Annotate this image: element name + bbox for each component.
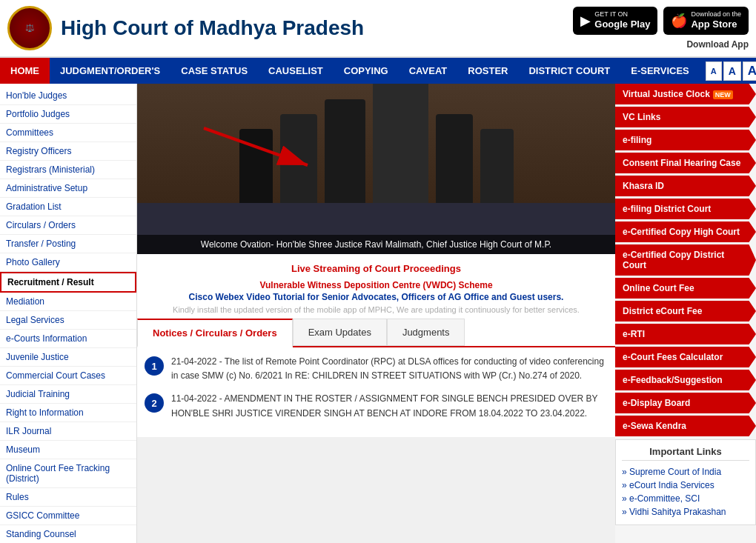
important-link-ecommittee[interactable]: e-Committee, SCI	[622, 492, 749, 505]
font-large-button[interactable]: A	[743, 61, 756, 81]
right-btn-online-court-fee[interactable]: Online Court Fee	[615, 278, 756, 299]
sidebar-link-judicial-training[interactable]: Judicial Training	[0, 385, 136, 404]
news-item-2: 2 11-04-2022 - AMENDMENT IN THE ROSTER /…	[145, 392, 608, 420]
right-btn-erti[interactable]: e-RTI	[615, 324, 756, 344]
sidebar-link-museum[interactable]: Museum	[0, 441, 136, 459]
right-btn-vc-links[interactable]: VC Links	[615, 107, 756, 127]
news-text-2: 11-04-2022 - AMENDMENT IN THE ROSTER / A…	[171, 392, 608, 420]
right-btn-display-board[interactable]: e-Display Board	[615, 393, 756, 413]
sidebar-link-gsicc[interactable]: GSICC Committee	[0, 507, 136, 525]
app-buttons: ▶ GET IT ON Google Play 🍎 Download on th…	[573, 7, 749, 36]
figure-4	[436, 114, 473, 203]
hero-image: Welcome Ovation- Hon'ble Shree Justice R…	[137, 84, 615, 254]
court-logo: ⚖️	[7, 6, 52, 50]
nav-home[interactable]: HOME	[0, 58, 50, 84]
nav-caveat[interactable]: CAVEAT	[399, 58, 458, 84]
figure-speaker	[373, 84, 428, 203]
live-streaming-link[interactable]: Live Streaming of Court Proceedings	[145, 259, 608, 279]
court-scene-wrapper: Welcome Ovation- Hon'ble Shree Justice R…	[137, 84, 615, 254]
apple-icon: 🍎	[671, 13, 687, 29]
update-notice: Kindly install the updated version of th…	[145, 305, 608, 314]
sidebar-link-ilr[interactable]: ILR Journal	[0, 422, 136, 441]
news-number-1: 1	[145, 356, 164, 376]
font-small-button[interactable]: A	[706, 61, 722, 81]
right-btn-sewa-kendra[interactable]: e-Sewa Kendra	[615, 416, 756, 436]
tab-notices[interactable]: Notices / Circulars / Orders	[137, 319, 293, 347]
right-btn-efiling-district[interactable]: e-filing District Court	[615, 199, 756, 219]
right-btn-ecertified-hc[interactable]: e-Certified Copy High Court	[615, 221, 756, 242]
app-store-button[interactable]: 🍎 Download on the App Store	[663, 7, 749, 36]
sidebar-link-mediation[interactable]: Mediation	[0, 293, 136, 311]
main-nav: HOME JUDGMENT/ORDER'S CASE STATUS CAUSEL…	[0, 58, 756, 84]
header-right: ▶ GET IT ON Google Play 🍎 Download on th…	[573, 7, 749, 50]
sidebar-link-legal-services[interactable]: Legal Services	[0, 311, 136, 330]
site-title: High Court of Madhya Pradesh	[61, 16, 364, 40]
sidebar-link-ecourts-info[interactable]: e-Courts Information	[0, 330, 136, 348]
sidebar-link-fee-tracking[interactable]: Online Court Fee Tracking (District)	[0, 459, 136, 488]
main-layout: Hon'ble Judges Portfolio Judges Committe…	[0, 84, 756, 543]
header: ⚖️ High Court of Madhya Pradesh ▶ GET IT…	[0, 0, 756, 58]
important-link-supreme-court[interactable]: Supreme Court of India	[622, 465, 749, 479]
sidebar-link-honble-judges[interactable]: Hon'ble Judges	[0, 87, 136, 105]
vwdc-scheme-link[interactable]: Vulnerable Witness Deposition Centre (VW…	[145, 280, 608, 290]
important-links-section: Important Links Supreme Court of India e…	[615, 439, 756, 525]
cisco-webex-link[interactable]: Cisco Webex Video Tutorial for Senior Ad…	[145, 292, 608, 302]
download-label: Download App	[686, 39, 749, 50]
news-list: 1 21-04-2022 - The list of Remote Point …	[137, 347, 615, 437]
font-size-controls: A A A	[700, 59, 756, 84]
right-btn-district-ecourt-fee[interactable]: District eCourt Fee	[615, 301, 756, 322]
nav-eservices[interactable]: E-SERVICES	[620, 58, 700, 84]
red-arrow	[182, 106, 345, 180]
live-links-section: Live Streaming of Court Proceedings Vuln…	[137, 254, 615, 319]
left-sidebar: Hon'ble Judges Portfolio Judges Committe…	[0, 84, 137, 543]
important-link-ecourt-india[interactable]: eCourt India Services	[622, 479, 749, 492]
sidebar-link-commercial-court[interactable]: Commercial Court Cases	[0, 367, 136, 385]
right-btn-feedback[interactable]: e-Feedback/Suggestion	[615, 370, 756, 390]
sidebar-link-recruitment[interactable]: Recruitment / Result	[0, 272, 136, 293]
sidebar-link-transfer[interactable]: Transfer / Posting	[0, 235, 136, 253]
right-btn-khasra-id[interactable]: Khasra ID	[615, 176, 756, 196]
header-left: ⚖️ High Court of Madhya Pradesh	[7, 6, 364, 50]
nav-judgment[interactable]: JUDGMENT/ORDER'S	[50, 58, 170, 84]
font-medium-button[interactable]: A	[723, 61, 741, 81]
google-play-button[interactable]: ▶ GET IT ON Google Play	[573, 7, 657, 36]
right-btn-consent-hearing[interactable]: Consent Final Hearing Case	[615, 153, 756, 173]
sidebar-link-standing-counsel[interactable]: Standing Counsel	[0, 525, 136, 543]
sidebar-link-admin-setup[interactable]: Administrative Setup	[0, 179, 136, 198]
sidebar-link-gradation[interactable]: Gradation List	[0, 198, 136, 216]
news-text-1: 21-04-2022 - The list of Remote Point Co…	[171, 355, 608, 383]
nav-copying[interactable]: COPYING	[334, 58, 399, 84]
svg-line-1	[204, 128, 308, 165]
sidebar-link-rules[interactable]: Rules	[0, 488, 136, 507]
figure-5	[480, 129, 514, 203]
sidebar-link-photo-gallery[interactable]: Photo Gallery	[0, 253, 136, 272]
sidebar-link-juvenile-justice[interactable]: Juvenile Justice	[0, 348, 136, 367]
important-links-title: Important Links	[622, 446, 749, 461]
hero-caption: Welcome Ovation- Hon'ble Shree Justice R…	[137, 235, 615, 254]
sidebar-link-circulars[interactable]: Circulars / Orders	[0, 216, 136, 235]
nav-causelist[interactable]: CAUSELIST	[258, 58, 334, 84]
sidebar-link-rti[interactable]: Right to Information	[0, 404, 136, 422]
sidebar-link-registry-officers[interactable]: Registry Officers	[0, 142, 136, 161]
nav-case-status[interactable]: CASE STATUS	[170, 58, 258, 84]
center-content: Welcome Ovation- Hon'ble Shree Justice R…	[137, 84, 615, 543]
news-item-1: 1 21-04-2022 - The list of Remote Point …	[145, 355, 608, 383]
sidebar-link-registrars[interactable]: Registrars (Ministerial)	[0, 161, 136, 179]
sidebar-link-committees[interactable]: Committees	[0, 124, 136, 142]
right-btn-ecertified-dc[interactable]: e-Certified Copy District Court	[615, 244, 756, 276]
sidebar-link-portfolio-judges[interactable]: Portfolio Judges	[0, 105, 136, 124]
tab-exam-updates[interactable]: Exam Updates	[293, 319, 387, 346]
nav-district-court[interactable]: DISTRICT COURT	[518, 58, 620, 84]
right-btn-efees-calculator[interactable]: e-Court Fees Calculator	[615, 347, 756, 367]
tabs-section: Notices / Circulars / Orders Exam Update…	[137, 319, 615, 347]
right-btn-efiling[interactable]: e-filing	[615, 130, 756, 150]
tab-judgments[interactable]: Judgments	[387, 319, 465, 346]
important-link-vidhi-sahitya[interactable]: Vidhi Sahitya Prakashan	[622, 505, 749, 519]
right-sidebar: Virtual Justice Clock VC Links e-filing …	[615, 84, 756, 543]
right-btn-virtual-justice-clock[interactable]: Virtual Justice Clock	[615, 84, 756, 104]
tabs-row: Notices / Circulars / Orders Exam Update…	[137, 319, 615, 347]
news-number-2: 2	[145, 393, 164, 413]
google-play-icon: ▶	[580, 13, 591, 29]
court-scene-top	[137, 84, 615, 203]
nav-roster[interactable]: ROSTER	[457, 58, 518, 84]
